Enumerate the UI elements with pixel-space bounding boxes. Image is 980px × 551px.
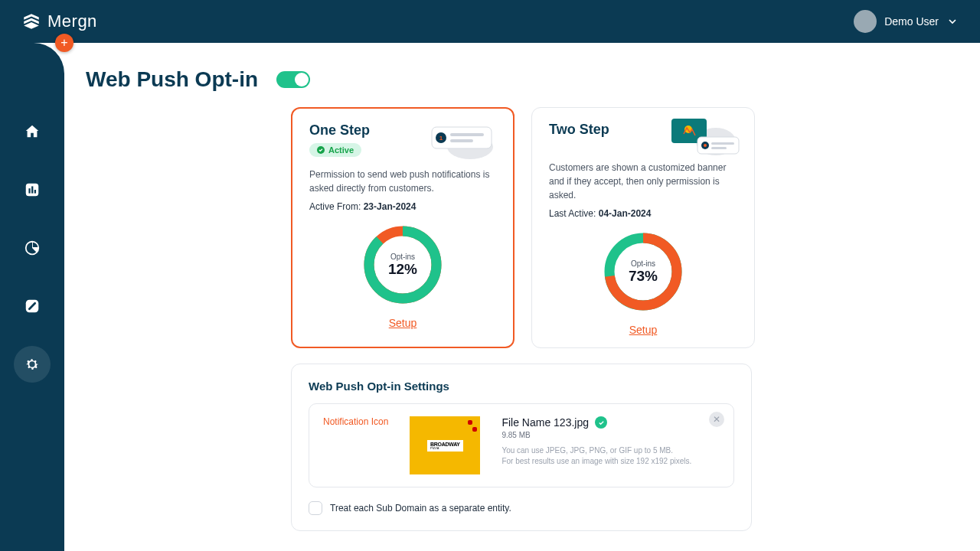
file-size: 9.85 MB (501, 431, 720, 439)
notification-icon-thumbnail[interactable]: BROADWAYPIZZA (410, 416, 480, 474)
avatar (854, 10, 877, 33)
user-name: Demo User (884, 15, 939, 28)
svg-rect-21 (711, 147, 727, 149)
subdomain-label: Treat each Sub Domain as a separate enti… (330, 503, 511, 514)
file-name: File Name 123.jpg (501, 416, 589, 429)
file-ok-icon (595, 416, 607, 429)
card-two-desc: Customers are shown a customized banner … (549, 161, 737, 202)
main-content: Web Push Opt-in 1 One Step Active Permis… (64, 43, 980, 551)
card-two-setup-link[interactable]: Setup (629, 324, 658, 336)
user-menu[interactable]: Demo User (854, 10, 959, 33)
nav-home[interactable] (20, 119, 44, 144)
top-bar: Mergn Demo User (0, 0, 980, 43)
notification-icon-box: Notification Icon BROADWAYPIZZA File Nam… (309, 403, 734, 487)
card-two-step[interactable]: Two Step Customers are shown a customize… (531, 107, 755, 348)
card-two-illustration (667, 116, 743, 163)
card-two-donut: Opt-ins 73% (601, 230, 685, 314)
card-one-donut: Opt-ins 12% (361, 223, 445, 307)
remove-file-button[interactable]: ✕ (709, 412, 724, 427)
card-one-desc: Permission to send web push notification… (309, 168, 496, 195)
file-hint: You can use JPEG, JPG, PNG, or GIF up to… (501, 445, 720, 467)
card-one-setup-link[interactable]: Setup (389, 317, 417, 329)
logo: Mergn (21, 11, 97, 31)
check-circle-icon (317, 146, 325, 154)
svg-rect-9 (450, 133, 484, 136)
page-title: Web Push Opt-in (86, 67, 258, 92)
nav-analytics[interactable] (20, 178, 44, 202)
home-icon (24, 123, 41, 140)
logo-icon (21, 11, 41, 31)
svg-rect-3 (34, 190, 36, 194)
card-one-step[interactable]: 1 One Step Active Permission to send web… (291, 107, 514, 348)
nav-segments[interactable] (20, 236, 44, 260)
settings-panel: Web Push Opt-in Settings Notification Ic… (291, 364, 752, 531)
svg-point-19 (704, 144, 707, 147)
gear-icon (24, 356, 41, 373)
card-two-meta: Last Active: 04-Jan-2024 (549, 208, 737, 219)
brand-name: Mergn (47, 11, 97, 31)
svg-rect-10 (450, 139, 473, 142)
svg-rect-20 (711, 142, 734, 145)
card-one-illustration: 1 (426, 116, 502, 164)
bar-chart-icon (24, 181, 41, 198)
chevron-down-icon (946, 15, 959, 28)
svg-rect-2 (31, 186, 33, 193)
feature-toggle[interactable] (276, 71, 310, 88)
nav-settings[interactable] (20, 352, 44, 377)
card-one-meta: Active From: 23-Jan-2024 (309, 201, 496, 212)
sidebar: + (0, 43, 64, 551)
nav-campaigns[interactable] (20, 294, 44, 318)
subdomain-checkbox[interactable] (309, 501, 322, 515)
pie-chart-icon (24, 240, 41, 256)
settings-title: Web Push Opt-in Settings (309, 380, 734, 393)
active-badge: Active (309, 143, 361, 157)
svg-rect-1 (28, 188, 30, 193)
notification-icon-label: Notification Icon (323, 416, 388, 427)
pill-icon (24, 298, 41, 315)
svg-text:1: 1 (439, 135, 443, 142)
